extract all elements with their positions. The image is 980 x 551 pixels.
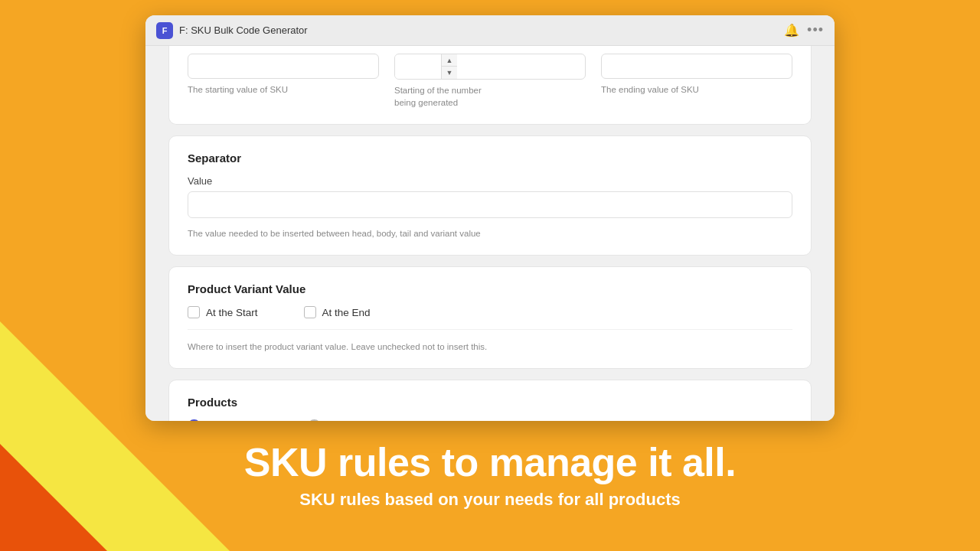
at-end-checkbox-item[interactable]: At the End bbox=[304, 306, 371, 318]
separator-hint: The value needed to be inserted between … bbox=[188, 229, 481, 238]
sku-start-input[interactable] bbox=[188, 54, 379, 79]
title-bar: F F: SKU Bulk Code Generator 🔔 ••• bbox=[145, 15, 835, 46]
at-end-label: At the End bbox=[322, 307, 371, 318]
at-start-label: At the Start bbox=[206, 307, 258, 318]
separator-value-label: Value bbox=[188, 175, 792, 187]
bottom-headline: SKU rules to manage it all. bbox=[244, 439, 736, 485]
all-products-radio-item[interactable]: All Products bbox=[188, 419, 262, 421]
sku-range-card: The starting value of SKU 0 ▲ ▼ bbox=[168, 46, 812, 125]
separator-title: Separator bbox=[188, 152, 792, 165]
products-title: Products bbox=[188, 396, 792, 409]
starting-number-spinner[interactable]: 0 ▲ ▼ bbox=[394, 54, 586, 80]
at-start-checkbox[interactable] bbox=[188, 306, 200, 318]
separator-value-input[interactable] bbox=[188, 191, 792, 218]
bottom-subline: SKU rules based on your needs for all pr… bbox=[299, 490, 681, 510]
app-window: F F: SKU Bulk Code Generator 🔔 ••• The s… bbox=[145, 15, 835, 421]
content-area[interactable]: The starting value of SKU 0 ▲ ▼ bbox=[145, 46, 835, 421]
choose-products-radio-item[interactable]: Choose Products bbox=[308, 419, 407, 421]
products-card: Products All Products Choose Products bbox=[168, 380, 812, 421]
starting-number-group: 0 ▲ ▼ Starting of the number being gener… bbox=[394, 54, 586, 109]
starting-number-input[interactable]: 0 bbox=[395, 55, 441, 79]
choose-products-radio[interactable] bbox=[308, 419, 321, 421]
product-variant-title: Product Variant Value bbox=[188, 282, 792, 295]
bell-icon[interactable]: 🔔 bbox=[784, 23, 799, 37]
starting-number-hint: Starting of the number being generated bbox=[394, 84, 586, 109]
title-bar-actions: 🔔 ••• bbox=[784, 22, 824, 38]
products-radio-row: All Products Choose Products bbox=[188, 419, 792, 421]
product-variant-card: Product Variant Value At the Start At th… bbox=[168, 266, 812, 369]
variant-hint: Where to insert the product variant valu… bbox=[188, 342, 487, 351]
sku-end-group: The ending value of SKU bbox=[601, 54, 792, 96]
variant-checkbox-row: At the Start At the End bbox=[188, 306, 792, 318]
at-end-checkbox[interactable] bbox=[304, 306, 316, 318]
sku-start-hint: The starting value of SKU bbox=[188, 83, 379, 96]
sku-start-group: The starting value of SKU bbox=[188, 54, 379, 96]
sku-fields-row: The starting value of SKU 0 ▲ ▼ bbox=[188, 54, 792, 109]
sku-end-input[interactable] bbox=[601, 54, 792, 79]
app-icon: F bbox=[156, 22, 173, 39]
bottom-text-section: SKU rules to manage it all. SKU rules ba… bbox=[0, 398, 980, 551]
more-options-icon[interactable]: ••• bbox=[807, 22, 824, 38]
at-start-checkbox-item[interactable]: At the Start bbox=[188, 306, 258, 318]
all-products-label: All Products bbox=[207, 420, 262, 421]
separator-card: Separator Value The value needed to be i… bbox=[168, 135, 812, 256]
spinner-down-button[interactable]: ▼ bbox=[442, 67, 457, 79]
spinner-buttons: ▲ ▼ bbox=[441, 54, 457, 79]
spinner-up-button[interactable]: ▲ bbox=[442, 54, 457, 67]
sku-end-hint: The ending value of SKU bbox=[601, 83, 792, 96]
choose-products-label: Choose Products bbox=[327, 420, 407, 421]
all-products-radio[interactable] bbox=[188, 419, 201, 421]
window-title: F: SKU Bulk Code Generator bbox=[179, 24, 308, 36]
